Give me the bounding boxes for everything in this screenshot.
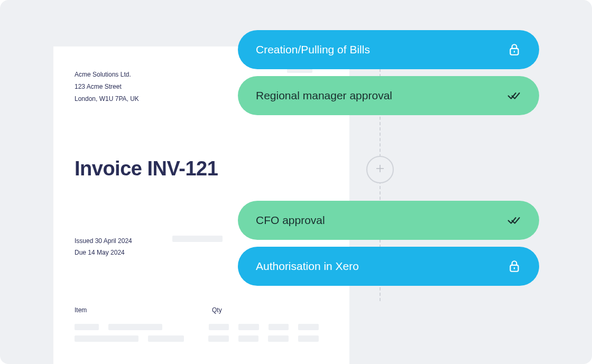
placeholder-cell: [298, 324, 319, 330]
column-item: Item: [75, 306, 212, 314]
placeholder-cell: [75, 335, 138, 342]
table-rows: [75, 324, 328, 342]
placeholder-cell: [209, 324, 229, 330]
placeholder-line: [287, 69, 312, 73]
issued-date: Issued 30 April 2024: [75, 236, 132, 247]
placeholder-cell: [208, 335, 229, 342]
placeholder-cell: [108, 324, 162, 330]
double-check-icon: [507, 89, 521, 102]
placeholder-cell: [75, 324, 99, 330]
column-qty: Qty: [212, 306, 233, 314]
lock-icon: [507, 43, 521, 57]
placeholder-cell: [298, 335, 319, 342]
placeholder-cell: [238, 335, 259, 342]
placeholder-cell: [238, 324, 259, 330]
placeholder-cell: [269, 324, 289, 330]
workflow-step-creation[interactable]: Creation/Pulling of Bills: [238, 30, 539, 69]
dates-info: Issued 30 April 2024 Due 14 May 2024: [75, 236, 132, 258]
placeholder-cell: [148, 335, 184, 342]
workflow-step-label: Regional manager approval: [256, 89, 392, 102]
workflow-step-label: Creation/Pulling of Bills: [256, 43, 370, 56]
diagram-container: Acme Solutions Ltd. 123 Acme Street Lond…: [0, 0, 592, 364]
add-step-button[interactable]: [366, 156, 394, 183]
placeholder-block: [172, 236, 223, 242]
table-header: Item Qty: [75, 306, 328, 319]
lock-icon: [507, 259, 521, 273]
workflow-step-cfo-approval[interactable]: CFO approval: [238, 201, 539, 240]
plus-icon: [375, 164, 385, 175]
invoice-title: Invoice INV-121: [75, 157, 328, 180]
placeholder-cell: [268, 335, 289, 342]
workflow-step-label: Authorisation in Xero: [256, 260, 359, 273]
due-date: Due 14 May 2024: [75, 247, 132, 259]
workflow-step-regional-approval[interactable]: Regional manager approval: [238, 76, 539, 115]
invoice-table: Item Qty: [75, 306, 328, 342]
table-row: [75, 324, 328, 330]
double-check-icon: [507, 213, 521, 227]
workflow-step-label: CFO approval: [256, 214, 325, 227]
workflow-step-authorisation[interactable]: Authorisation in Xero: [238, 247, 539, 286]
table-row: [75, 335, 328, 342]
